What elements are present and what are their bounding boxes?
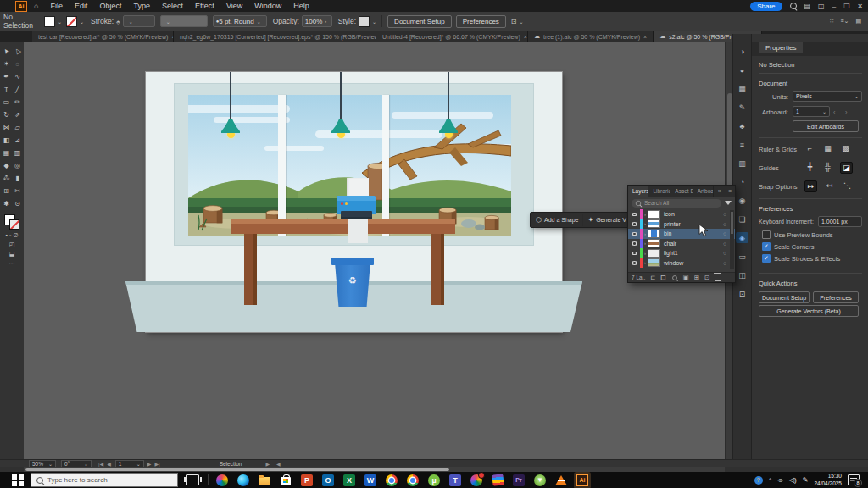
layers-scrollbar[interactable] xyxy=(730,210,734,269)
mesh-tool[interactable]: ▦ xyxy=(1,147,12,158)
document-setup-button[interactable]: Document Setup xyxy=(387,15,452,28)
visibility-eye-icon[interactable] xyxy=(632,241,637,246)
graphic-styles-panel-icon[interactable]: ❏ xyxy=(736,214,748,225)
document-tab[interactable]: ☁ tree (1).aic @ 50 % (CMYK/Preview)× xyxy=(528,30,654,42)
none-mode-icon[interactable]: ∅ xyxy=(13,232,18,239)
stroke-weight-field[interactable]: ⌄ xyxy=(123,15,155,27)
document-tab[interactable]: test car [Recovered].ai* @ 50 % (CMYK/Pr… xyxy=(32,30,174,42)
new-sublayer-icon[interactable]: ⊞ xyxy=(694,274,699,281)
taskbar-app-media[interactable] xyxy=(470,474,483,487)
gradient-panel-icon[interactable]: ▥ xyxy=(736,158,748,169)
layer-target-icon[interactable]: ○ xyxy=(723,230,726,236)
scale-tool[interactable]: ⇗ xyxy=(12,109,23,120)
canvas[interactable]: ♻ xyxy=(24,42,725,459)
quick-preferences-button[interactable]: Preferences xyxy=(813,291,859,303)
align-icon[interactable]: ∷ xyxy=(830,18,833,25)
layer-target-icon[interactable]: ○ xyxy=(723,221,726,227)
lock-guides-icon[interactable]: ╬ xyxy=(822,162,833,172)
magic-wand-tool[interactable]: ✶ xyxy=(1,58,12,69)
visibility-eye-icon[interactable] xyxy=(632,222,637,226)
tab-artboards[interactable]: Artboa xyxy=(693,186,714,197)
fill-stroke-indicator[interactable] xyxy=(4,214,19,230)
status-expand-icon[interactable]: ▶ xyxy=(265,461,270,467)
pattern-options-panel-icon[interactable]: ⊡ xyxy=(736,288,748,299)
edit-artboards-button[interactable]: Edit Artboards xyxy=(793,120,859,132)
layer-row[interactable]: › window ○ xyxy=(628,258,735,269)
menu-object[interactable]: Object xyxy=(99,2,121,10)
menu-edit[interactable]: Edit xyxy=(75,2,88,10)
symbols-panel-icon[interactable]: ♣ xyxy=(736,120,748,131)
layer-row[interactable]: › printer ○ xyxy=(628,219,735,230)
direct-selection-tool[interactable]: ▷ xyxy=(9,43,25,58)
show-rulers-icon[interactable]: ⌐ xyxy=(804,143,815,153)
fill-swatch[interactable] xyxy=(44,16,55,27)
column-graph-tool[interactable]: ▮ xyxy=(12,173,23,184)
scale-strokes-effects-checkbox[interactable]: ✓ xyxy=(762,254,771,263)
curvature-tool[interactable]: ∿ xyxy=(12,71,23,82)
flyout-icon[interactable]: ⧠ xyxy=(661,274,666,282)
close-button[interactable]: ✕ xyxy=(857,3,863,10)
artboard[interactable]: ♻ xyxy=(146,72,562,332)
show-guides-icon[interactable]: ╋ xyxy=(804,162,815,172)
document-tab[interactable]: nqh2_eg6w_170315 [Converted] [Recovered]… xyxy=(174,30,376,42)
quick-document-setup-button[interactable]: Document Setup xyxy=(759,291,810,303)
blend-tool[interactable]: ◎ xyxy=(12,160,23,171)
brush-preview-dropdown[interactable]: ⌄ xyxy=(160,15,208,27)
asset-export-panel-icon[interactable]: ◫ xyxy=(736,269,748,280)
layer-row-selected[interactable]: › bin ○ xyxy=(628,229,735,239)
tray-clock[interactable]: 15:30 24/04/2025 xyxy=(814,473,842,486)
tray-pen-icon[interactable]: ✎ xyxy=(803,476,809,484)
action-center-icon[interactable]: 8 xyxy=(848,474,860,485)
taskbar-app-file-explorer[interactable] xyxy=(258,474,271,487)
workspace-switcher-icon[interactable]: ◫ xyxy=(818,3,825,10)
taskbar-app-word[interactable]: W xyxy=(364,474,377,487)
expand-layer-icon[interactable]: › xyxy=(644,212,646,217)
color-mode-icon[interactable]: ▪ xyxy=(5,232,7,239)
menu-help[interactable]: Help xyxy=(293,2,309,10)
last-artboard-icon[interactable]: ▶| xyxy=(154,461,159,467)
arrange-documents-icon[interactable]: ▤ xyxy=(804,3,811,10)
next-artboard-icon[interactable]: ▶ xyxy=(147,461,152,467)
taskbar-app-winrar[interactable] xyxy=(491,474,504,487)
layer-target-icon[interactable]: ○ xyxy=(723,211,726,217)
swatches-panel-icon[interactable]: ▦ xyxy=(736,83,748,94)
menu-effect[interactable]: Effect xyxy=(195,2,214,10)
filter-icon[interactable] xyxy=(725,201,732,205)
perspective-grid-tool[interactable]: ⊿ xyxy=(12,135,23,146)
tray-network-icon[interactable]: ⌯ xyxy=(778,476,783,485)
stroke-panel-icon[interactable]: ≡ xyxy=(736,139,748,150)
keyboard-increment-field[interactable]: 1.0001 px xyxy=(818,216,862,227)
symbol-sprayer-tool[interactable]: ⁂ xyxy=(1,173,12,184)
artboard-dropdown[interactable]: 1⌄ xyxy=(793,106,830,117)
stroke-swatch[interactable] xyxy=(66,16,77,27)
menu-window[interactable]: Window xyxy=(254,2,281,10)
tab-asset-export[interactable]: Asset E xyxy=(670,186,693,197)
new-layer-icon[interactable]: ⊡ xyxy=(704,274,709,281)
task-view-button[interactable] xyxy=(186,474,199,485)
units-dropdown[interactable]: Pixels⌄ xyxy=(793,91,862,102)
restore-button[interactable]: ❐ xyxy=(843,3,849,10)
snap-to-point-icon[interactable]: ↦ xyxy=(804,180,817,192)
layer-target-icon[interactable]: ○ xyxy=(723,241,726,247)
search-icon[interactable] xyxy=(790,3,797,9)
layer-target-icon[interactable]: ○ xyxy=(723,260,726,266)
snap-to-glyph-icon[interactable]: ⋱ xyxy=(842,180,853,191)
stroke-label[interactable]: Stroke: xyxy=(91,17,114,25)
taskbar-app-premiere[interactable]: Pr xyxy=(512,474,526,487)
pen-tool[interactable]: ✒ xyxy=(1,71,12,82)
brush-definition-dropdown[interactable]: ●5 pt. Round⌄ xyxy=(213,15,267,27)
tab-libraries[interactable]: Librarie xyxy=(648,186,670,197)
taskbar-app-illustrator[interactable]: Ai xyxy=(576,474,589,487)
tab-layers[interactable]: Layers xyxy=(628,186,648,197)
first-artboard-icon[interactable]: |◀ xyxy=(98,461,103,467)
taskbar-app-microsoft-store[interactable] xyxy=(279,474,292,487)
taskbar-app-excel[interactable]: X xyxy=(342,474,356,487)
type-tool[interactable]: T xyxy=(1,84,12,95)
rectangle-tool[interactable]: ▭ xyxy=(1,97,12,108)
free-transform-tool[interactable]: ▱ xyxy=(12,122,23,133)
brushes-panel-icon[interactable]: ✎ xyxy=(736,102,748,113)
artboards-panel-icon[interactable]: ▭ xyxy=(736,251,748,262)
style-swatch[interactable] xyxy=(359,16,370,27)
transparency-panel-icon[interactable]: ◔ xyxy=(736,176,748,187)
generate-vectors-button[interactable]: Generate Vectors (Beta) xyxy=(759,305,859,317)
